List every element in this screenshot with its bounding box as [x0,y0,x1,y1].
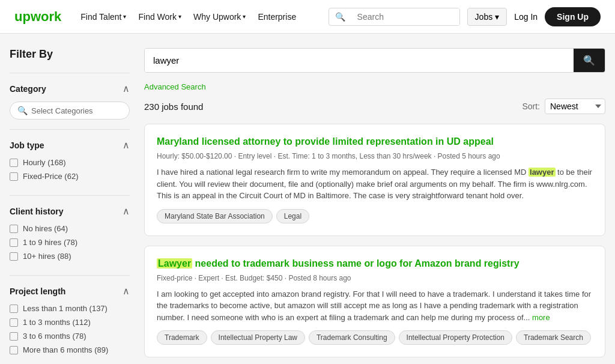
sort-label: Sort: [522,102,540,111]
filter-label-1to3-months: 1 to 3 months (112) [23,318,91,327]
logo[interactable]: upwork [14,9,61,25]
filter-option-less-1-month[interactable]: Less than 1 month (137) [10,304,130,313]
main-search-input[interactable] [145,49,574,72]
tag[interactable]: Trademark Consulting [309,330,395,345]
search-button[interactable]: 🔍 [574,49,605,72]
chevron-down-icon: ▾ [178,13,181,20]
login-button[interactable]: Log In [514,12,538,22]
job-tags: Maryland State Bar Association Legal [157,209,593,223]
filter-checkbox-fixed-price[interactable] [10,172,18,181]
tag[interactable]: Maryland State Bar Association [157,209,273,223]
filter-option-1to3-months[interactable]: 1 to 3 months (112) [10,318,130,327]
sort-select[interactable]: Newest Oldest Relevance [545,99,605,114]
filter-option-no-hires[interactable]: No hires (64) [10,224,130,233]
filter-checkbox-hourly[interactable] [10,159,18,167]
tag[interactable]: Intellectual Property Protection [399,330,512,345]
filter-option-more-6-months[interactable]: More than 6 months (89) [10,345,130,354]
advanced-search-link[interactable]: Advanced Search [144,82,605,91]
nav-enterprise[interactable]: Enterprise [258,12,296,22]
header-search-input[interactable] [351,8,459,25]
content-area: 🔍 Advanced Search 230 jobs found Sort: N… [144,48,605,364]
tag[interactable]: Trademark Search [516,330,591,345]
nav-find-talent[interactable]: Find Talent ▾ [80,12,126,22]
job-description: I am looking to get accepted into amazon… [157,288,593,324]
job-description: I have hired a national legal research f… [157,166,593,202]
filter-option-3to6-months[interactable]: 3 to 6 months (78) [10,332,130,341]
job-type-section-title: Job type [10,141,44,150]
collapse-icon: ∧ [123,205,130,217]
filter-checkbox-1to3-months[interactable] [10,318,18,327]
sort-container: Sort: Newest Oldest Relevance [522,99,605,114]
category-search-label: Select Categories [31,106,93,115]
filter-section-project-length: Project length ∧ Less than 1 month (137)… [10,275,130,364]
job-card: Maryland licensed attorney to provide li… [144,124,605,236]
job-meta: Hourly: $50.00-$120.00 · Entry level · E… [157,152,593,160]
collapse-icon: ∧ [123,285,130,297]
results-count: 230 jobs found [144,102,203,112]
filter-label-no-hires: No hires (64) [23,224,68,233]
signup-button[interactable]: Sign Up [545,7,601,26]
filter-option-1to9-hires[interactable]: 1 to 9 hires (78) [10,238,130,247]
filter-section-job-type-header[interactable]: Job type ∧ [10,139,130,151]
results-header: 230 jobs found Sort: Newest Oldest Relev… [144,99,605,114]
job-tags: Trademark Intellectual Property Law Trad… [157,330,593,345]
filter-label-more-6-months: More than 6 months (89) [23,345,108,354]
search-icon: 🔍 [329,8,351,25]
filter-checkbox-less-1-month[interactable] [10,305,18,313]
filter-section-category-header[interactable]: Category ∧ [10,83,130,94]
header-search: 🔍 [329,8,460,26]
filter-section-project-length-header[interactable]: Project length ∧ [10,285,130,297]
collapse-icon: ∧ [123,139,130,151]
client-history-section-title: Client history [10,207,63,216]
filter-label-fixed-price: Fixed-Price (62) [23,172,78,181]
chevron-down-icon: ▾ [495,12,499,22]
filter-section-client-history-header[interactable]: Client history ∧ [10,205,130,217]
main-search-bar: 🔍 [144,48,605,73]
job-meta: Fixed-price · Expert · Est. Budget: $450… [157,274,593,282]
more-link[interactable]: more [532,313,550,322]
nav-find-work[interactable]: Find Work ▾ [138,12,181,22]
filter-section-client-history: Client history ∧ No hires (64) 1 to 9 hi… [10,195,130,275]
filter-title: Filter By [10,48,130,61]
header: upwork Find Talent ▾ Find Work ▾ Why Upw… [0,0,615,34]
filter-checkbox-1to9-hires[interactable] [10,238,18,247]
filter-section-category: Category ∧ 🔍 Select Categories [10,73,130,129]
keyword-highlight: lawyer [529,168,555,177]
sidebar: Filter By Category ∧ 🔍 Select Categories… [10,48,130,364]
category-search-input[interactable]: 🔍 Select Categories [10,102,130,120]
project-length-section-title: Project length [10,287,65,296]
job-title[interactable]: Maryland licensed attorney to provide li… [157,136,593,147]
filter-section-job-type: Job type ∧ Hourly (168) Fixed-Price (62) [10,129,130,195]
nav-why-upwork[interactable]: Why Upwork ▾ [193,12,246,22]
filter-checkbox-3to6-months[interactable] [10,332,18,341]
tag[interactable]: Trademark [157,330,207,345]
job-card: Lawyer needed to trademark business name… [144,246,605,358]
tag[interactable]: Legal [276,209,309,223]
filter-option-fixed-price[interactable]: Fixed-Price (62) [10,172,130,181]
filter-checkbox-10plus-hires[interactable] [10,252,18,261]
search-icon: 🔍 [17,106,28,115]
filter-checkbox-more-6-months[interactable] [10,346,18,354]
chevron-down-icon: ▾ [243,13,246,20]
collapse-icon: ∧ [123,83,130,94]
category-section-title: Category [10,84,46,94]
filter-label-3to6-months: 3 to 6 months (78) [23,332,86,341]
filter-label-less-1-month: Less than 1 month (137) [23,304,108,313]
filter-checkbox-no-hires[interactable] [10,225,18,233]
filter-option-hourly[interactable]: Hourly (168) [10,158,130,167]
tag[interactable]: Intellectual Property Law [211,330,305,345]
job-title[interactable]: Lawyer needed to trademark business name… [157,258,593,269]
filter-label-1to9-hires: 1 to 9 hires (78) [23,238,77,247]
jobs-dropdown-button[interactable]: Jobs ▾ [467,8,507,26]
filter-option-10plus-hires[interactable]: 10+ hires (88) [10,252,130,261]
filter-label-10plus-hires: 10+ hires (88) [23,252,71,261]
main-content: Filter By Category ∧ 🔍 Select Categories… [0,34,615,364]
chevron-down-icon: ▾ [123,13,126,20]
header-right: 🔍 Jobs ▾ Log In Sign Up [329,7,601,26]
main-nav: Find Talent ▾ Find Work ▾ Why Upwork ▾ E… [80,12,296,22]
keyword-highlight: Lawyer [157,258,192,268]
filter-label-hourly: Hourly (168) [23,158,66,167]
